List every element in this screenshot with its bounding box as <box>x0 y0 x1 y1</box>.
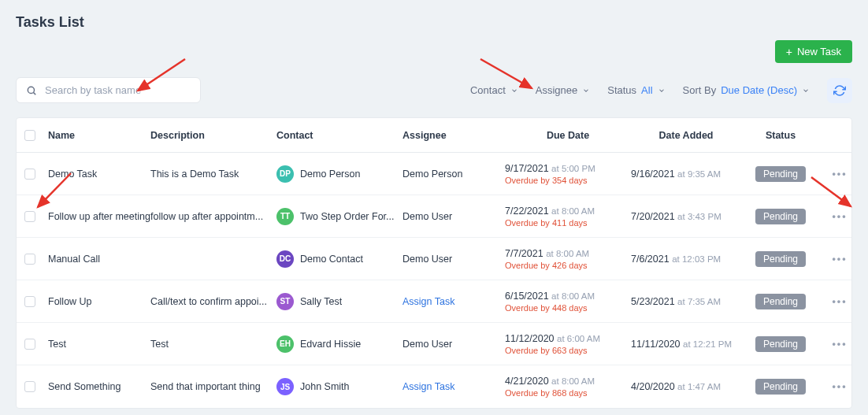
chevron-down-icon <box>658 87 666 94</box>
select-all-checkbox[interactable] <box>24 130 35 141</box>
due-date: 7/22/2021 <box>505 206 549 217</box>
contact-cell[interactable]: ST Sally Test <box>276 293 402 310</box>
task-name: Follow up after meeting <box>48 211 150 222</box>
overdue-text: Overdue by 411 days <box>505 218 631 228</box>
status-badge: Pending <box>755 251 806 267</box>
due-time: at 8:00 AM <box>546 249 589 258</box>
col-name: Name <box>48 130 150 141</box>
new-task-button[interactable]: + New Task <box>775 40 852 63</box>
refresh-icon <box>833 84 846 97</box>
assignee-name: Demo User <box>402 254 452 265</box>
table-header: Name Description Contact Assignee Due Da… <box>17 118 851 153</box>
task-description: follow up after appointm... <box>150 211 276 222</box>
contact-name: Two Step Order For... <box>300 211 395 222</box>
contact-cell[interactable]: DC Demo Contact <box>276 250 402 268</box>
search-input[interactable] <box>45 84 191 96</box>
row-actions-menu[interactable]: ••• <box>820 169 852 180</box>
added-date: 7/6/2021 <box>631 254 670 265</box>
task-description: Test <box>150 339 276 350</box>
ellipsis-icon: ••• <box>832 296 847 307</box>
task-name: Test <box>48 339 150 350</box>
search-box[interactable] <box>16 77 201 103</box>
row-actions-menu[interactable]: ••• <box>820 296 852 307</box>
row-checkbox[interactable] <box>24 254 35 265</box>
overdue-text: Overdue by 868 days <box>505 388 631 398</box>
row-actions-menu[interactable]: ••• <box>820 211 852 222</box>
added-time: at 12:03 PM <box>672 254 721 264</box>
row-actions-menu[interactable]: ••• <box>820 381 852 392</box>
row-checkbox[interactable] <box>24 381 35 392</box>
overdue-text: Overdue by 448 days <box>505 303 631 313</box>
overdue-text: Overdue by 426 days <box>505 261 631 270</box>
contact-name: Sally Test <box>300 296 342 307</box>
table-row: Manual Call DC Demo Contact Demo User 7/… <box>17 238 851 280</box>
due-date: 11/12/2020 <box>505 333 555 344</box>
ellipsis-icon: ••• <box>832 211 847 222</box>
row-actions-menu[interactable]: ••• <box>820 339 852 350</box>
task-name: Demo Task <box>48 169 150 180</box>
added-date: 9/16/2021 <box>631 169 675 180</box>
search-icon <box>26 85 37 96</box>
sortby-value: Due Date (Desc) <box>721 84 797 96</box>
assignee-name: Demo User <box>402 211 452 222</box>
avatar: ST <box>276 293 294 310</box>
due-time: at 6:00 AM <box>557 334 600 343</box>
added-date: 4/20/2020 <box>631 381 675 392</box>
contact-name: Edvard Hissie <box>300 339 361 350</box>
sortby-filter[interactable]: Sort By Due Date (Desc) <box>683 84 810 96</box>
task-name: Send Something <box>48 381 150 392</box>
status-badge: Pending <box>755 336 806 352</box>
new-task-label: New Task <box>797 46 841 57</box>
status-filter-value: All <box>641 84 652 96</box>
contact-cell[interactable]: TT Two Step Order For... <box>276 208 402 225</box>
task-name: Manual Call <box>48 254 150 265</box>
due-time: at 8:00 AM <box>551 376 595 386</box>
table-row: Send Something Send that important thing… <box>17 365 851 408</box>
avatar: DP <box>276 165 294 183</box>
added-time: at 12:21 PM <box>683 339 732 349</box>
row-actions-menu[interactable]: ••• <box>820 254 852 265</box>
chevron-down-icon <box>510 87 518 94</box>
task-name: Follow Up <box>48 296 150 307</box>
assignee-name: Demo User <box>402 339 452 350</box>
contact-cell[interactable]: DP Demo Person <box>276 165 402 183</box>
status-filter-label: Status <box>607 84 636 96</box>
refresh-button[interactable] <box>827 78 852 103</box>
due-date: 9/17/2021 <box>505 163 549 174</box>
added-time: at 7:35 AM <box>677 297 721 306</box>
row-checkbox[interactable] <box>24 211 35 222</box>
table-row: Test Test EH Edvard Hissie Demo User 11/… <box>17 323 851 365</box>
due-time: at 8:00 AM <box>551 206 595 216</box>
assign-task-link[interactable]: Assign Task <box>402 296 454 307</box>
contact-cell[interactable]: EH Edvard Hissie <box>276 335 402 353</box>
added-time: at 3:43 PM <box>677 212 721 221</box>
table-row: Follow Up Call/text to confirm appoi... … <box>17 280 851 323</box>
added-date: 11/11/2020 <box>631 339 681 350</box>
contact-cell[interactable]: JS John Smith <box>276 378 402 395</box>
assign-task-link[interactable]: Assign Task <box>402 381 454 392</box>
ellipsis-icon: ••• <box>832 254 847 265</box>
contact-filter-label: Contact <box>470 84 506 96</box>
status-badge: Pending <box>755 166 806 182</box>
assignee-name: Demo Person <box>402 169 462 180</box>
ellipsis-icon: ••• <box>832 381 847 392</box>
task-description: Call/text to confirm appoi... <box>150 296 276 307</box>
svg-line-1 <box>34 92 36 94</box>
row-checkbox[interactable] <box>24 169 35 180</box>
table-row: Demo Task This is a Demo Task DP Demo Pe… <box>17 153 851 195</box>
due-date: 4/21/2020 <box>505 376 549 387</box>
row-checkbox[interactable] <box>24 296 35 307</box>
row-checkbox[interactable] <box>24 339 35 350</box>
contact-name: Demo Contact <box>300 254 363 265</box>
contact-filter[interactable]: Contact <box>470 84 518 96</box>
added-time: at 9:35 AM <box>677 169 721 179</box>
svg-point-0 <box>28 87 34 93</box>
ellipsis-icon: ••• <box>832 169 847 180</box>
assignee-filter[interactable]: Assignee <box>536 84 590 96</box>
chevron-down-icon <box>582 87 590 94</box>
added-date: 5/23/2021 <box>631 296 675 307</box>
status-filter[interactable]: Status All <box>607 84 665 96</box>
added-time: at 1:47 AM <box>677 382 721 391</box>
overdue-text: Overdue by 354 days <box>505 176 631 185</box>
added-date: 7/20/2021 <box>631 211 675 222</box>
